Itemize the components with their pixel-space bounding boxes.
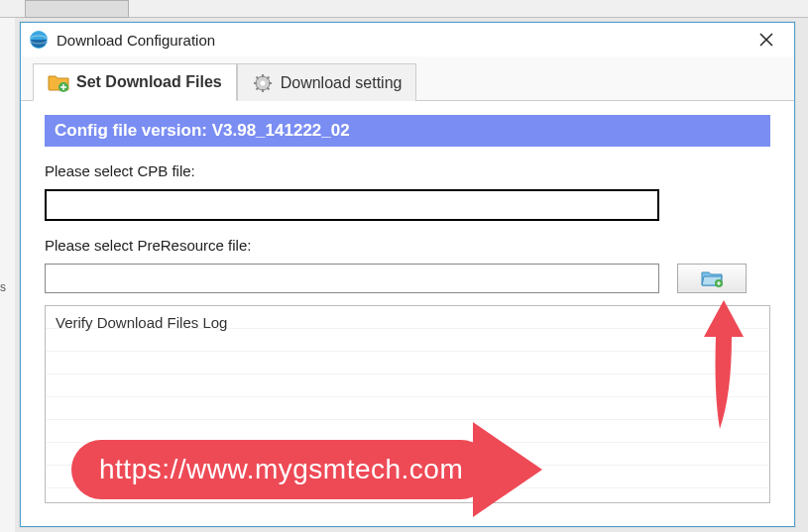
tab-label: Download setting — [281, 74, 403, 92]
svg-line-11 — [256, 76, 258, 78]
svg-line-12 — [267, 87, 269, 89]
content-area: Config file version: V3.98_141222_02 Ple… — [21, 101, 794, 525]
svg-line-14 — [256, 87, 258, 89]
log-title: Verify Download Files Log — [56, 314, 227, 331]
tab-download-setting[interactable]: Download setting — [237, 63, 417, 101]
tab-label: Set Download Files — [76, 73, 222, 91]
backdrop-fragment: s — [0, 280, 6, 294]
cpb-file-label: Please select CPB file: — [45, 162, 770, 179]
folder-open-icon — [701, 269, 723, 287]
folder-add-icon — [48, 72, 69, 92]
config-version-bar: Config file version: V3.98_141222_02 — [45, 115, 770, 147]
preresource-file-label: Please select PreResource file: — [45, 237, 770, 254]
close-button[interactable] — [747, 25, 786, 54]
window-title: Download Configuration — [57, 32, 747, 49]
download-config-window: Download Configuration Set Download File… — [20, 22, 795, 527]
verify-log-box: Verify Download Files Log — [45, 305, 770, 503]
app-icon — [29, 30, 49, 50]
close-icon — [759, 33, 773, 47]
gear-icon — [252, 73, 274, 93]
tab-set-download-files[interactable]: Set Download Files — [33, 63, 237, 101]
titlebar: Download Configuration — [21, 23, 794, 56]
cpb-file-input[interactable] — [45, 189, 659, 221]
browse-button[interactable] — [677, 264, 747, 293]
svg-point-6 — [260, 80, 265, 85]
svg-line-13 — [267, 76, 269, 78]
preresource-file-input[interactable] — [45, 264, 659, 293]
tabstrip: Set Download Files — [21, 56, 794, 101]
